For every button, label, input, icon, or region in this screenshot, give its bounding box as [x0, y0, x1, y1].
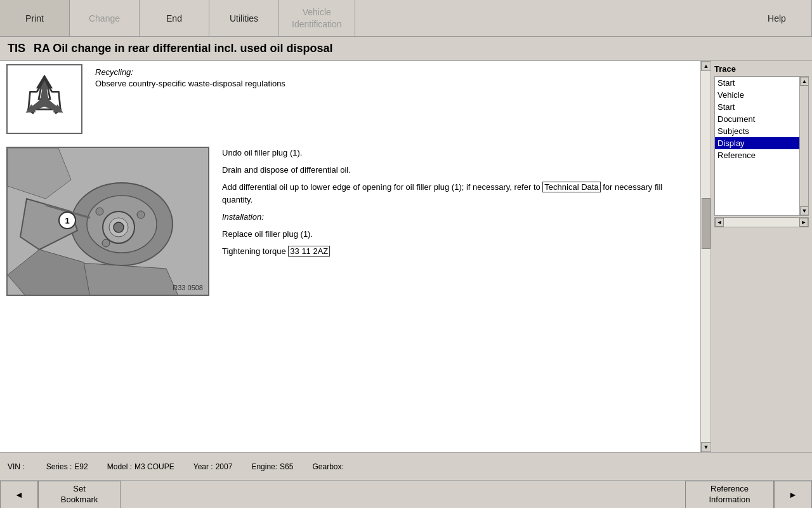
trace-panel: Trace Start Vehicle Start Document Subje… — [710, 61, 812, 452]
trace-hscroll-track — [724, 218, 799, 227]
trace-item-vehicle[interactable]: Vehicle — [715, 89, 808, 101]
recycling-label: Recycling: — [95, 67, 285, 77]
gearbox-item: Gearbox: — [312, 462, 346, 471]
procedure-instructions: Undo oil filler plug (1). Drain and disp… — [222, 147, 694, 296]
year-label: Year : — [193, 462, 213, 471]
svg-point-12 — [102, 239, 110, 247]
image-reference-label: R33 0508 — [173, 284, 203, 291]
ref-line1: Reference — [710, 484, 749, 495]
tightening-torque: Tightening torque 33 11 2AZ — [222, 245, 694, 258]
print-button[interactable]: Print — [0, 0, 70, 36]
recycle-image — [6, 64, 82, 134]
svg-point-9 — [114, 222, 124, 232]
procedure-section: 1 R33 0508 Undo oil filler plug (1). Dra… — [6, 147, 694, 296]
engine-item: Engine: S65 — [251, 462, 293, 471]
trace-scroll-right[interactable]: ► — [799, 218, 808, 227]
reference-info-button[interactable]: Reference Information — [685, 481, 774, 509]
change-button[interactable]: Change — [70, 0, 140, 36]
title-bar: TIS RA Oil change in rear differential i… — [0, 37, 812, 61]
page-title: RA Oil change in rear differential incl.… — [34, 42, 332, 55]
content-scrollbar[interactable]: ▲ ▼ — [700, 61, 710, 452]
series-item: Series : E92 — [46, 462, 88, 471]
step-drain: Drain and dispose of differential oil. — [222, 164, 694, 177]
document-content[interactable]: Recycling: Observe country-specific wast… — [0, 61, 700, 452]
back-button[interactable]: ◄ — [0, 481, 38, 509]
step-undo: Undo oil filler plug (1). — [222, 147, 694, 160]
part-number-1: 1 — [58, 211, 76, 229]
model-item: Model : M3 COUPE — [107, 462, 174, 471]
trace-list: Start Vehicle Start Document Subjects Di… — [714, 76, 809, 216]
scroll-down-button[interactable]: ▼ — [701, 442, 711, 452]
recycle-icon — [16, 70, 73, 128]
mechanical-illustration — [8, 148, 209, 296]
technical-data-link[interactable]: Technical Data — [542, 182, 600, 192]
vehicle-id-button[interactable]: Vehicle Identification — [279, 0, 355, 36]
year-value: 2007 — [216, 462, 233, 471]
model-value: M3 COUPE — [134, 462, 174, 471]
help-button[interactable]: Help — [742, 0, 812, 36]
vin-label: VIN : — [8, 462, 25, 471]
bottom-bar: ◄ Set Bookmark Reference Information ► — [0, 480, 812, 508]
trace-list-scrollbar[interactable]: ▲ ▼ — [799, 77, 808, 215]
recycling-info: Observe country-specific waste-disposal … — [95, 79, 285, 88]
step-replace: Replace oil filler plug (1). — [222, 228, 694, 241]
trace-scroll-left[interactable]: ◄ — [715, 218, 724, 227]
trace-item-start1[interactable]: Start — [715, 77, 808, 89]
series-value: E92 — [74, 462, 88, 471]
step-add: Add differential oil up to lower edge of… — [222, 181, 694, 208]
recycling-section: Recycling: Observe country-specific wast… — [6, 64, 694, 134]
tis-label: TIS — [8, 42, 25, 55]
trace-item-subjects[interactable]: Subjects — [715, 125, 808, 137]
bookmark-line2: Bookmark — [61, 495, 98, 505]
trace-scroll-down[interactable]: ▼ — [800, 206, 809, 215]
toolbar-spacer — [355, 0, 742, 36]
series-label: Series : — [46, 462, 72, 471]
year-item: Year : 2007 — [193, 462, 233, 471]
toolbar: Print Change End Utilities Vehicle Ident… — [0, 0, 812, 37]
svg-point-10 — [96, 208, 103, 215]
ref-line2: Information — [709, 495, 750, 505]
scroll-thumb[interactable] — [702, 198, 710, 249]
torque-value-link[interactable]: 33 11 2AZ — [288, 246, 330, 257]
model-label: Model : — [107, 462, 132, 471]
scroll-up-button[interactable]: ▲ — [701, 61, 711, 71]
installation-label: Installation: — [222, 211, 694, 224]
vin-item: VIN : — [8, 462, 27, 471]
utilities-button[interactable]: Utilities — [209, 0, 279, 36]
tightening-label: Tightening torque — [222, 246, 288, 256]
trace-item-document[interactable]: Document — [715, 113, 808, 125]
status-bar: VIN : Series : E92 Model : M3 COUPE Year… — [0, 452, 812, 480]
recycling-text: Recycling: Observe country-specific wast… — [95, 64, 285, 88]
svg-point-11 — [137, 211, 145, 218]
forward-button[interactable]: ► — [774, 481, 812, 509]
engine-label: Engine: — [251, 462, 277, 471]
trace-horizontal-scrollbar[interactable]: ◄ ► — [714, 217, 809, 227]
scroll-track[interactable] — [701, 71, 710, 442]
bookmark-line1: Set — [73, 484, 86, 495]
differential-image: 1 R33 0508 — [6, 147, 209, 296]
set-bookmark-button[interactable]: Set Bookmark — [38, 481, 121, 509]
trace-scroll-up[interactable]: ▲ — [800, 77, 809, 86]
content-area: Recycling: Observe country-specific wast… — [0, 61, 812, 452]
end-button[interactable]: End — [140, 0, 209, 36]
gearbox-label: Gearbox: — [312, 462, 343, 471]
trace-item-display[interactable]: Display — [715, 137, 808, 149]
trace-item-reference[interactable]: Reference — [715, 149, 808, 161]
trace-item-start2[interactable]: Start — [715, 101, 808, 113]
step-add-before: Add differential oil up to lower edge of… — [222, 182, 542, 192]
engine-value: S65 — [280, 462, 293, 471]
trace-title: Trace — [714, 64, 809, 74]
